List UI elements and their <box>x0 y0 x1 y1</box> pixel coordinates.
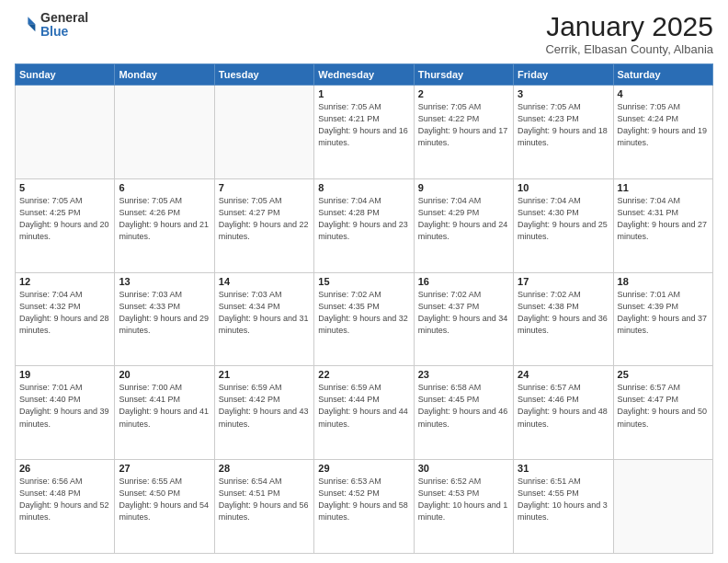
day-info: Sunrise: 6:57 AM Sunset: 4:46 PM Dayligh… <box>518 382 609 430</box>
calendar-col-header: Thursday <box>414 64 513 86</box>
day-number: 3 <box>518 88 609 99</box>
day-number: 2 <box>418 88 509 99</box>
calendar-cell: 20Sunrise: 7:00 AM Sunset: 4:41 PM Dayli… <box>115 366 214 460</box>
day-info: Sunrise: 7:03 AM Sunset: 4:34 PM Dayligh… <box>219 289 310 337</box>
day-number: 22 <box>318 369 409 380</box>
day-info: Sunrise: 6:53 AM Sunset: 4:52 PM Dayligh… <box>318 476 409 523</box>
day-info: Sunrise: 7:04 AM Sunset: 4:31 PM Dayligh… <box>618 195 709 243</box>
logo-text: General Blue <box>40 11 88 40</box>
calendar-table: SundayMondayTuesdayWednesdayThursdayFrid… <box>15 63 713 554</box>
calendar-week-row: 19Sunrise: 7:01 AM Sunset: 4:40 PM Dayli… <box>16 366 713 460</box>
calendar-cell: 16Sunrise: 7:02 AM Sunset: 4:37 PM Dayli… <box>414 272 513 366</box>
day-info: Sunrise: 6:56 AM Sunset: 4:48 PM Dayligh… <box>19 476 110 523</box>
calendar-cell: 10Sunrise: 7:04 AM Sunset: 4:30 PM Dayli… <box>514 178 613 272</box>
calendar-col-header: Sunday <box>16 64 115 86</box>
day-info: Sunrise: 7:00 AM Sunset: 4:41 PM Dayligh… <box>119 382 210 430</box>
calendar-cell: 4Sunrise: 7:05 AM Sunset: 4:24 PM Daylig… <box>613 86 712 179</box>
day-number: 9 <box>418 182 509 193</box>
calendar-col-header: Wednesday <box>314 64 414 86</box>
calendar-cell <box>613 460 712 554</box>
calendar-cell: 15Sunrise: 7:02 AM Sunset: 4:35 PM Dayli… <box>314 272 414 366</box>
logo-icon <box>15 14 37 36</box>
day-number: 18 <box>618 276 709 287</box>
day-number: 14 <box>219 276 310 287</box>
day-number: 4 <box>618 88 709 99</box>
day-number: 31 <box>518 463 609 474</box>
title-section: January 2025 Cerrik, Elbasan County, Alb… <box>545 11 713 56</box>
calendar-cell: 1Sunrise: 7:05 AM Sunset: 4:21 PM Daylig… <box>314 86 414 179</box>
logo-blue: Blue <box>40 25 88 39</box>
day-info: Sunrise: 6:55 AM Sunset: 4:50 PM Dayligh… <box>119 476 210 523</box>
calendar-cell: 30Sunrise: 6:52 AM Sunset: 4:53 PM Dayli… <box>414 460 513 554</box>
day-number: 1 <box>318 88 409 99</box>
logo: General Blue <box>15 11 88 40</box>
day-number: 25 <box>618 369 709 380</box>
calendar-cell <box>214 86 313 179</box>
calendar-week-row: 1Sunrise: 7:05 AM Sunset: 4:21 PM Daylig… <box>16 86 713 179</box>
day-number: 8 <box>318 182 409 193</box>
day-number: 7 <box>219 182 310 193</box>
calendar-cell: 2Sunrise: 7:05 AM Sunset: 4:22 PM Daylig… <box>414 86 513 179</box>
calendar-cell: 23Sunrise: 6:58 AM Sunset: 4:45 PM Dayli… <box>414 366 513 460</box>
calendar-week-row: 12Sunrise: 7:04 AM Sunset: 4:32 PM Dayli… <box>16 272 713 366</box>
day-number: 16 <box>418 276 509 287</box>
calendar-cell: 17Sunrise: 7:02 AM Sunset: 4:38 PM Dayli… <box>514 272 613 366</box>
page: General Blue January 2025 Cerrik, Elbasa… <box>0 0 728 563</box>
calendar-cell: 9Sunrise: 7:04 AM Sunset: 4:29 PM Daylig… <box>414 178 513 272</box>
day-info: Sunrise: 7:02 AM Sunset: 4:37 PM Dayligh… <box>418 289 509 337</box>
calendar-week-row: 5Sunrise: 7:05 AM Sunset: 4:25 PM Daylig… <box>16 178 713 272</box>
day-number: 12 <box>19 276 110 287</box>
day-info: Sunrise: 7:05 AM Sunset: 4:27 PM Dayligh… <box>219 195 310 243</box>
day-number: 5 <box>19 182 110 193</box>
location-title: Cerrik, Elbasan County, Albania <box>545 42 713 56</box>
day-info: Sunrise: 6:58 AM Sunset: 4:45 PM Dayligh… <box>418 382 509 430</box>
calendar-cell: 31Sunrise: 6:51 AM Sunset: 4:55 PM Dayli… <box>514 460 613 554</box>
calendar-cell: 7Sunrise: 7:05 AM Sunset: 4:27 PM Daylig… <box>214 178 313 272</box>
header: General Blue January 2025 Cerrik, Elbasa… <box>15 11 713 56</box>
calendar-header-row: SundayMondayTuesdayWednesdayThursdayFrid… <box>16 64 713 86</box>
svg-marker-0 <box>28 17 35 25</box>
day-info: Sunrise: 6:57 AM Sunset: 4:47 PM Dayligh… <box>618 382 709 430</box>
month-title: January 2025 <box>545 11 713 42</box>
calendar-week-row: 26Sunrise: 6:56 AM Sunset: 4:48 PM Dayli… <box>16 460 713 554</box>
calendar-cell: 27Sunrise: 6:55 AM Sunset: 4:50 PM Dayli… <box>115 460 214 554</box>
day-info: Sunrise: 7:01 AM Sunset: 4:39 PM Dayligh… <box>618 289 709 337</box>
day-number: 30 <box>418 463 509 474</box>
calendar-col-header: Tuesday <box>214 64 313 86</box>
calendar-col-header: Monday <box>115 64 214 86</box>
day-info: Sunrise: 7:05 AM Sunset: 4:25 PM Dayligh… <box>19 195 110 243</box>
day-number: 27 <box>119 463 210 474</box>
calendar-cell <box>115 86 214 179</box>
day-number: 24 <box>518 369 609 380</box>
day-number: 11 <box>618 182 709 193</box>
calendar-col-header: Saturday <box>613 64 712 86</box>
day-info: Sunrise: 7:01 AM Sunset: 4:40 PM Dayligh… <box>19 382 110 430</box>
day-info: Sunrise: 7:04 AM Sunset: 4:32 PM Dayligh… <box>19 289 110 337</box>
day-info: Sunrise: 7:05 AM Sunset: 4:22 PM Dayligh… <box>418 101 509 149</box>
day-info: Sunrise: 7:05 AM Sunset: 4:23 PM Dayligh… <box>518 101 609 149</box>
calendar-cell: 22Sunrise: 6:59 AM Sunset: 4:44 PM Dayli… <box>314 366 414 460</box>
day-number: 19 <box>19 369 110 380</box>
day-info: Sunrise: 7:04 AM Sunset: 4:30 PM Dayligh… <box>518 195 609 243</box>
day-info: Sunrise: 7:05 AM Sunset: 4:24 PM Dayligh… <box>618 101 709 149</box>
calendar-cell: 8Sunrise: 7:04 AM Sunset: 4:28 PM Daylig… <box>314 178 414 272</box>
calendar-cell: 3Sunrise: 7:05 AM Sunset: 4:23 PM Daylig… <box>514 86 613 179</box>
calendar-cell: 11Sunrise: 7:04 AM Sunset: 4:31 PM Dayli… <box>613 178 712 272</box>
day-number: 17 <box>518 276 609 287</box>
day-number: 29 <box>318 463 409 474</box>
day-info: Sunrise: 7:04 AM Sunset: 4:29 PM Dayligh… <box>418 195 509 243</box>
day-info: Sunrise: 6:52 AM Sunset: 4:53 PM Dayligh… <box>418 476 509 523</box>
day-info: Sunrise: 7:05 AM Sunset: 4:26 PM Dayligh… <box>119 195 210 243</box>
day-info: Sunrise: 7:03 AM Sunset: 4:33 PM Dayligh… <box>119 289 210 337</box>
calendar-cell: 24Sunrise: 6:57 AM Sunset: 4:46 PM Dayli… <box>514 366 613 460</box>
svg-marker-1 <box>28 25 35 32</box>
calendar-cell: 25Sunrise: 6:57 AM Sunset: 4:47 PM Dayli… <box>613 366 712 460</box>
logo-general: General <box>40 11 88 25</box>
day-number: 21 <box>219 369 310 380</box>
day-number: 23 <box>418 369 509 380</box>
day-info: Sunrise: 7:04 AM Sunset: 4:28 PM Dayligh… <box>318 195 409 243</box>
calendar-cell: 18Sunrise: 7:01 AM Sunset: 4:39 PM Dayli… <box>613 272 712 366</box>
calendar-cell: 14Sunrise: 7:03 AM Sunset: 4:34 PM Dayli… <box>214 272 313 366</box>
day-info: Sunrise: 7:05 AM Sunset: 4:21 PM Dayligh… <box>318 101 409 149</box>
calendar-cell <box>16 86 115 179</box>
